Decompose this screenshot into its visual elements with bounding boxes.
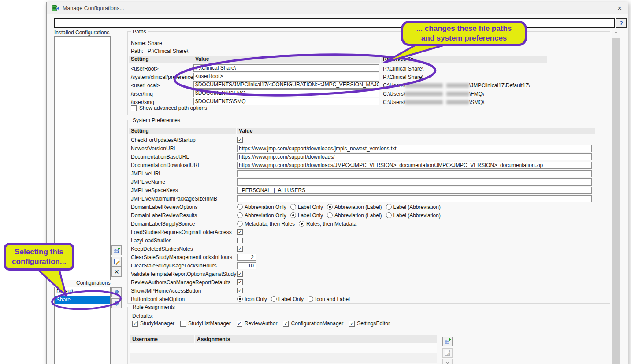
pref-radio-option[interactable]: Label Only: [290, 212, 323, 219]
role-checkbox[interactable]: ✓: [349, 321, 355, 327]
pref-radio-option[interactable]: Abbreviation Only: [237, 204, 286, 210]
radio-label: Abbreviation (Label): [334, 212, 382, 219]
pref-radio-option[interactable]: Label Only: [290, 204, 323, 210]
pref-value: ✓: [237, 278, 243, 286]
scroll-up-button[interactable]: [612, 29, 620, 36]
pref-setting-label: DomainLabelReviewOptions: [131, 204, 197, 210]
pref-radio-option[interactable]: Abbreviation (Label): [327, 212, 382, 219]
up-arrow-icon: [113, 289, 120, 296]
add-entry-icon: [113, 247, 120, 254]
radio-icon[interactable]: [290, 204, 296, 210]
radio-icon[interactable]: [299, 221, 304, 227]
vertical-scrollbar[interactable]: [612, 29, 620, 364]
pref-value: ✓: [237, 136, 243, 144]
table-row[interactable]: [130, 343, 437, 353]
advanced-path-options-checkbox[interactable]: [131, 105, 137, 111]
delete-configuration-button[interactable]: ✕: [111, 267, 122, 277]
pref-radio-option[interactable]: Rules, then Metadata: [299, 221, 356, 227]
pref-text-input[interactable]: [237, 170, 592, 177]
delete-user-button[interactable]: ✕: [442, 359, 453, 364]
help-button[interactable]: ?: [616, 18, 627, 28]
message-box[interactable]: [54, 18, 615, 28]
add-configuration-button[interactable]: [111, 245, 122, 255]
pref-radio-option[interactable]: Label (Abbreviation): [386, 212, 441, 219]
radio-icon[interactable]: [386, 212, 392, 218]
path-value-input[interactable]: P:\Clinical Share\: [193, 64, 379, 72]
pref-checkbox[interactable]: ✓: [237, 137, 243, 143]
pref-text-input[interactable]: _PERSONAL_|_ALLUSERS_: [237, 187, 592, 194]
role-checkbox[interactable]: ✓: [237, 321, 242, 327]
config-list-item[interactable]: Share: [55, 296, 110, 304]
path-value-input[interactable]: $DOCUMENTS\SMQ: [193, 98, 379, 105]
edit-user-button[interactable]: [442, 348, 453, 358]
pref-checkbox[interactable]: ✓: [237, 229, 243, 235]
radio-label: Abbreviation (Label): [334, 204, 382, 210]
pref-checkbox[interactable]: ✓: [237, 271, 243, 277]
pref-radio-option[interactable]: Label (Abbreviation): [386, 204, 441, 210]
advanced-path-options-row: Show advanced path options: [131, 105, 207, 111]
role-label: SettingsEditor: [357, 320, 390, 327]
path-value-input[interactable]: <userRoot>: [193, 73, 379, 80]
add-user-button[interactable]: [442, 337, 453, 346]
pref-row: JMPLiveMaximumPackageSizeInMB: [129, 194, 595, 203]
pref-setting-label: DocumentationDownloadURL: [131, 162, 200, 168]
pref-setting-label: JMPLiveMaximumPackageSizeInMB: [131, 196, 217, 202]
pref-radio-option[interactable]: Metadata, then Rules: [237, 221, 295, 227]
radio-icon[interactable]: [271, 296, 277, 302]
pref-setting-label: CheckForUpdatesAtStartup: [131, 137, 196, 143]
path-setting-label: /user/fmq: [131, 91, 153, 97]
radio-icon[interactable]: [237, 221, 243, 227]
path-value-input[interactable]: $DOCUMENTS\FMQ: [193, 89, 379, 97]
title-bar: Manage Configurations... ✕: [47, 2, 628, 14]
pref-radio-option[interactable]: Abbreviation (Label): [327, 204, 382, 210]
pref-checkbox[interactable]: ✓: [237, 246, 243, 252]
role-assignments-group-label: Role Assignments: [131, 304, 177, 310]
paths-row: /user/fmq$DOCUMENTS\FMQC:\Users\\FMQ\: [129, 89, 547, 98]
pref-checkbox[interactable]: ✓: [237, 288, 243, 293]
config-list-item[interactable]: Default: [55, 287, 110, 296]
move-down-button[interactable]: [111, 298, 122, 308]
radio-label: Metadata, then Rules: [245, 221, 295, 227]
pref-number-input[interactable]: 2: [237, 254, 256, 261]
radio-icon[interactable]: [308, 296, 313, 302]
path-value-input[interactable]: $DOCUMENTS/JMPClinical17/<CONFIGURATION>…: [193, 81, 379, 89]
redacted-text: [405, 100, 443, 104]
close-button[interactable]: ✕: [614, 4, 625, 13]
radio-icon[interactable]: [327, 204, 333, 210]
redacted-text: [446, 100, 469, 104]
role-checkbox[interactable]: [180, 321, 186, 327]
pref-text-input[interactable]: https://www.jmp.com/support/downloads/jm…: [237, 145, 592, 152]
pref-checkbox[interactable]: [237, 238, 243, 243]
radio-icon[interactable]: [237, 212, 243, 218]
pref-text-input[interactable]: https://www.jmp.com/support/downloads/JM…: [237, 162, 592, 169]
pref-text-input[interactable]: https://www.jmp.com/support/downloads/: [237, 153, 592, 160]
move-up-button[interactable]: [111, 287, 122, 297]
radio-icon[interactable]: [327, 212, 333, 218]
pref-checkbox[interactable]: ✓: [237, 279, 243, 285]
radio-icon[interactable]: [237, 204, 243, 210]
pref-radio-option[interactable]: Icon Only: [237, 296, 267, 302]
pref-setting-label: JMPLiveName: [131, 179, 165, 185]
column-header-assignments: Assignments: [195, 335, 437, 343]
table-row[interactable]: [130, 353, 437, 363]
radio-icon[interactable]: [290, 212, 296, 218]
radio-icon[interactable]: [386, 204, 392, 210]
pref-radio-option[interactable]: Abbreviation Only: [237, 212, 286, 219]
path-resolves-value: P:\Clinical Share\: [383, 74, 423, 80]
role-default: ✓ConfigurationManager: [283, 320, 343, 327]
role-checkbox[interactable]: ✓: [283, 321, 289, 327]
default-roles-row: ✓StudyManagerStudyListManager✓ReviewAuth…: [132, 320, 396, 327]
scrollbar-thumb[interactable]: [612, 38, 620, 364]
pref-radio-option[interactable]: Icon and Label: [308, 296, 350, 302]
role-checkbox[interactable]: ✓: [132, 321, 138, 327]
edit-configuration-button[interactable]: [111, 257, 122, 267]
radio-label: Label (Abbreviation): [393, 212, 441, 219]
pref-radio-option[interactable]: Label Only: [271, 296, 304, 302]
pref-text-input[interactable]: [237, 178, 592, 186]
radio-icon[interactable]: [237, 296, 243, 302]
pref-value: https://www.jmp.com/support/downloads/JM…: [237, 161, 592, 169]
pref-text-input[interactable]: [237, 195, 592, 202]
pref-number-input[interactable]: 10: [237, 262, 256, 269]
path-setting-label: <userRoot>: [131, 66, 159, 72]
configurations-list[interactable]: DefaultShare: [54, 287, 111, 364]
